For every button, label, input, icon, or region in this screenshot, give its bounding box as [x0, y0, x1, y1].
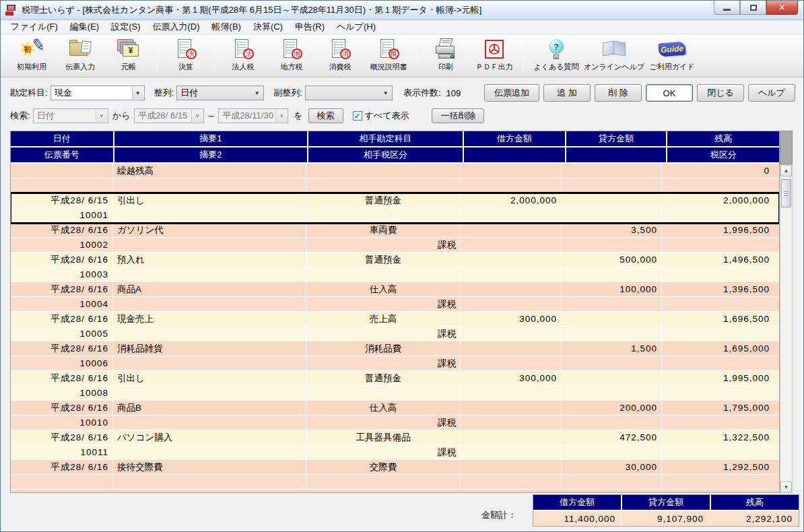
date-to-combo[interactable]: 平成28/11/30 ▼	[218, 108, 288, 123]
header-cell	[464, 147, 565, 162]
table-row[interactable]: 平成28/ 6/16商品B仕入高200,0001,795,00010010課税	[11, 401, 779, 430]
table-header: 日付摘要1相手勘定科目借方金額貸方金額残高伝票番号摘要2相手税区分税区分	[10, 131, 780, 164]
table-row[interactable]: 平成28/ 6/16ガソリン代車両費3,5001,996,50010002課税	[11, 223, 779, 253]
corporate-tax-label: 法人税	[232, 62, 255, 72]
debit-cell: 300,000	[461, 371, 562, 385]
corporate-tax-button[interactable]: 法法人税	[219, 34, 267, 77]
voucher-line: 10005課税	[11, 327, 779, 341]
corporate-tax-icon: 法	[230, 38, 257, 61]
scroll-down-button[interactable]: ▼	[780, 481, 792, 493]
table-row[interactable]: 平成28/ 6/16接待交際費交際費30,0001,292,500	[11, 460, 779, 490]
credit-cell	[562, 371, 662, 385]
online-help-button[interactable]: オンラインヘルプ	[585, 34, 643, 77]
close-button[interactable]: 閉じる	[697, 84, 744, 102]
table-row[interactable]: 平成28/ 6/16パソコン購入工具器具備品472,5001,322,50010…	[11, 430, 779, 460]
memo2-cell	[113, 297, 306, 311]
tax-dist-cell	[662, 238, 774, 252]
account-cell: 普通預金	[306, 193, 461, 207]
ledger-label: 元帳	[121, 62, 136, 72]
balance-cell: 2,000,000	[662, 193, 774, 207]
voucher-line: 10010課税	[11, 415, 779, 430]
delete-row-button[interactable]: 削 除	[595, 84, 642, 102]
overview-statement-icon: 概	[375, 38, 402, 61]
date-from-combo[interactable]: 平成28/ 6/15 ▼	[134, 108, 204, 123]
search-field-combo[interactable]: 日付 ▼	[33, 108, 108, 123]
table-row[interactable]: 平成28/ 6/16預入れ普通預金500,0001,496,50010003	[11, 253, 779, 282]
toolbar-separator	[523, 38, 523, 73]
user-guide-button[interactable]: Guideご利用ガイド	[643, 34, 701, 77]
counter-tax-cell: 課税	[306, 415, 461, 430]
ledger-button[interactable]: ¥元帳	[104, 34, 153, 77]
local-tax-button[interactable]: 地地方税	[267, 34, 316, 77]
menu-item-0[interactable]: ファイル(F)	[5, 20, 64, 34]
debit-cell	[461, 223, 562, 237]
table-row[interactable]: 平成28/ 6/16現金売上売上高300,0001,696,50010005課税	[11, 312, 779, 341]
restore-button[interactable]	[740, 1, 766, 15]
scroll-up-button[interactable]: ▲	[780, 165, 792, 176]
settlement-button[interactable]: 決決算	[162, 34, 210, 77]
memo1-cell: パソコン購入	[113, 430, 306, 444]
search-button[interactable]: 検索	[308, 108, 343, 123]
from-label: から	[112, 110, 131, 122]
credit-cell	[562, 164, 662, 178]
header-cell: 日付	[11, 131, 113, 146]
subsort-combo[interactable]: ▼	[305, 86, 393, 100]
header-cell: 相手税区分	[308, 147, 463, 162]
account-combo[interactable]: 現金 ▼	[51, 86, 145, 100]
table-row[interactable]: 繰越残高0	[11, 164, 779, 193]
memo2-cell	[113, 386, 306, 400]
date-cell	[11, 164, 113, 178]
menu-item-4[interactable]: 帳簿(B)	[206, 20, 247, 34]
header-corner	[780, 131, 793, 164]
close-button[interactable]: ✕	[766, 1, 798, 15]
help-button[interactable]: ヘルプ	[748, 84, 795, 102]
table-row[interactable]: 平成28/ 6/16引出し普通預金300,0001,995,00010008	[11, 371, 779, 401]
minimize-button[interactable]	[714, 1, 740, 15]
faq-button[interactable]: ?よくある質問	[527, 34, 585, 77]
voucher-number-cell: 10001	[11, 208, 113, 222]
toolbar-separator	[157, 38, 158, 73]
voucher-number-cell: 10006	[11, 356, 113, 370]
window-title: 税理士いらず - [株式会社カンタン商事・第１期(平成28年 6月15日～平成2…	[22, 4, 481, 16]
ok-button[interactable]: OK	[646, 84, 693, 102]
balance-cell: 1,996,500	[662, 223, 774, 237]
date-cell: 平成28/ 6/16	[11, 253, 113, 267]
date-cell: 平成28/ 6/16	[11, 460, 113, 474]
entry-line: 繰越残高0	[11, 164, 779, 178]
memo1-cell: 現金売上	[113, 312, 306, 326]
date-cell: 平成28/ 6/16	[11, 341, 113, 356]
menu-item-7[interactable]: ヘルプ(H)	[331, 20, 382, 34]
tax-dist-cell	[662, 178, 774, 193]
menu-bar: ファイル(F)編集(E)設定(S)伝票入力(D)帳簿(B)決算(C)申告(R)ヘ…	[1, 20, 803, 34]
bulk-delete-button[interactable]: 一括削除	[432, 108, 484, 123]
consumption-tax-button[interactable]: 消消費税	[316, 34, 364, 77]
overview-statement-button[interactable]: 概概況説明書	[364, 34, 413, 77]
table-body: 繰越残高0平成28/ 6/15引出し普通預金2,000,0002,000,000…	[10, 164, 780, 493]
memo2-cell	[113, 356, 306, 370]
title-bar: 税理士いらず - [株式会社カンタン商事・第１期(平成28年 6月15日～平成2…	[1, 1, 803, 20]
arrow-up-icon: ▲	[784, 168, 789, 174]
scrollbar-thumb[interactable]	[781, 179, 791, 207]
menu-item-2[interactable]: 設定(S)	[105, 20, 146, 34]
date-cell: 平成28/ 6/16	[11, 430, 113, 444]
menu-item-3[interactable]: 伝票入力(D)	[147, 20, 206, 34]
pdf-export-button[interactable]: ＰＤＦ出力	[470, 34, 518, 77]
table-row[interactable]: 平成28/ 6/16商品A仕入高100,0001,396,50010004課税	[11, 282, 779, 312]
header-cell: 摘要2	[114, 147, 308, 162]
voucher-entry-button[interactable]: 伝票入力	[56, 34, 104, 77]
menu-item-6[interactable]: 申告(R)	[289, 20, 331, 34]
balance-cell: 1,396,500	[662, 282, 774, 296]
add-row-button[interactable]: 追 加	[543, 84, 591, 102]
add-voucher-button[interactable]: 伝票追加	[484, 84, 539, 102]
vertical-scrollbar[interactable]: ▲ ▼	[780, 164, 793, 494]
menu-item-5[interactable]: 決算(C)	[247, 20, 289, 34]
sort-combo[interactable]: 日付 ▼	[176, 86, 264, 100]
debit-cell	[461, 460, 562, 474]
memo1-cell: 商品B	[113, 401, 306, 415]
initial-setup-button[interactable]: 初✎初期利用	[7, 34, 56, 77]
menu-item-1[interactable]: 編集(E)	[64, 20, 105, 34]
table-row[interactable]: 平成28/ 6/15引出し普通預金2,000,0002,000,00010001	[11, 193, 779, 223]
show-all-checkbox[interactable]: ✓	[353, 111, 362, 121]
table-row[interactable]: 平成28/ 6/16消耗品雑貨消耗品費1,5001,695,00010006課税	[11, 341, 779, 371]
print-button[interactable]: 印刷	[422, 34, 470, 77]
